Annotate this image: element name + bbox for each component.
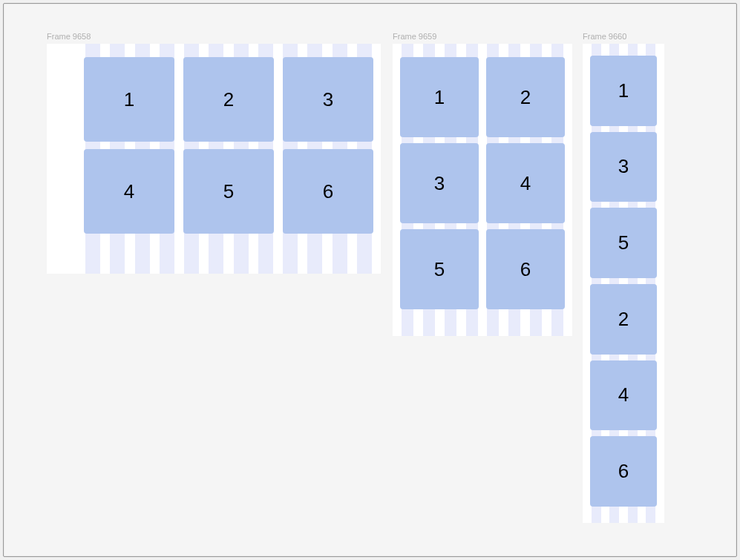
grid-cell[interactable]: 1 bbox=[400, 57, 479, 137]
grid-cell[interactable]: 4 bbox=[590, 360, 657, 431]
grid-cell[interactable]: 4 bbox=[486, 143, 565, 223]
frame-label[interactable]: Frame 9659 bbox=[393, 32, 436, 41]
grid-cell[interactable]: 5 bbox=[400, 229, 479, 309]
grid-cell[interactable]: 6 bbox=[486, 229, 565, 309]
frame-9658[interactable]: Frame 9658123456 bbox=[47, 44, 381, 274]
grid-cell[interactable]: 6 bbox=[590, 436, 657, 507]
frame-label[interactable]: Frame 9658 bbox=[47, 32, 91, 41]
frame-background: 123456 bbox=[47, 44, 381, 274]
grid-cell[interactable]: 3 bbox=[590, 132, 657, 202]
frame-background: 135246 bbox=[583, 44, 664, 523]
grid-cell[interactable]: 3 bbox=[400, 143, 479, 223]
grid-cell[interactable]: 5 bbox=[183, 149, 274, 234]
grid-cell[interactable]: 3 bbox=[283, 57, 373, 142]
grid-cell[interactable]: 4 bbox=[84, 149, 174, 234]
design-canvas[interactable]: Frame 9658123456Frame 9659123456Frame 96… bbox=[3, 3, 737, 557]
frame-9659[interactable]: Frame 9659123456 bbox=[393, 44, 572, 336]
frame-9660[interactable]: Frame 9660135246 bbox=[583, 44, 664, 523]
cell-grid: 123456 bbox=[393, 44, 572, 336]
grid-cell[interactable]: 1 bbox=[590, 56, 657, 126]
cell-grid: 123456 bbox=[47, 44, 381, 274]
cell-grid: 135246 bbox=[583, 44, 664, 523]
grid-cell[interactable]: 2 bbox=[590, 284, 657, 355]
grid-cell[interactable]: 6 bbox=[283, 149, 373, 234]
grid-cell[interactable]: 5 bbox=[590, 208, 657, 278]
grid-cell[interactable]: 1 bbox=[84, 57, 174, 142]
frame-background: 123456 bbox=[393, 44, 572, 336]
grid-cell[interactable]: 2 bbox=[183, 57, 274, 142]
frame-label[interactable]: Frame 9660 bbox=[583, 32, 626, 41]
grid-cell[interactable]: 2 bbox=[486, 57, 565, 137]
